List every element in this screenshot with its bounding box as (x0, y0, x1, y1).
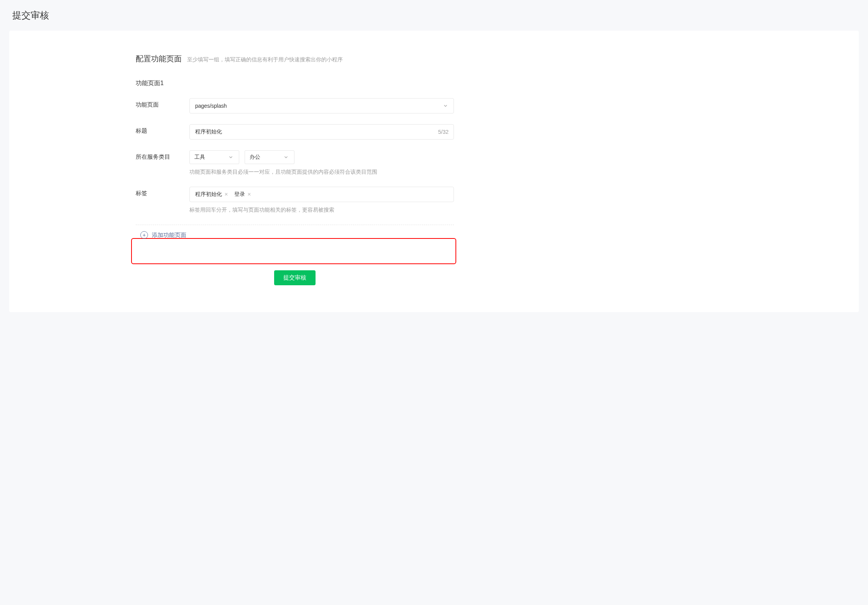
page-select[interactable]: pages/splash (189, 98, 454, 113)
close-icon[interactable]: ✕ (224, 192, 228, 197)
section-header: 配置功能页面 至少填写一组，填写正确的信息有利于用户快速搜索出你的小程序 (136, 54, 454, 64)
page-title: 提交审核 (12, 9, 856, 21)
chevron-down-icon (443, 103, 448, 109)
page-select-value: pages/splash (195, 103, 227, 109)
tag-text: 登录 (234, 191, 245, 198)
add-page-button[interactable]: + 添加功能页面 (140, 230, 186, 240)
add-page-label: 添加功能页面 (152, 232, 186, 239)
category-secondary-select[interactable]: 办公 (245, 150, 294, 164)
chevron-down-icon (228, 155, 233, 160)
tags-help-text: 标签用回车分开，填写与页面功能相关的标签，更容易被搜索 (189, 206, 454, 214)
title-input[interactable] (189, 124, 454, 140)
highlight-annotation (131, 238, 456, 264)
group-title: 功能页面1 (136, 79, 454, 87)
category-primary-select[interactable]: 工具 (189, 150, 239, 164)
chevron-down-icon (283, 155, 289, 160)
page-label: 功能页面 (136, 98, 189, 109)
category-help-text: 功能页面和服务类目必须一一对应，且功能页面提供的内容必须符合该类目范围 (189, 168, 454, 176)
char-count: 5/32 (438, 129, 449, 135)
section-title: 配置功能页面 (136, 54, 182, 64)
title-label: 标题 (136, 124, 189, 135)
close-icon[interactable]: ✕ (247, 192, 251, 197)
category-primary-value: 工具 (194, 154, 205, 161)
plus-icon: + (140, 231, 148, 239)
section-subtitle: 至少填写一组，填写正确的信息有利于用户快速搜索出你的小程序 (187, 56, 343, 63)
submit-button[interactable]: 提交审核 (274, 270, 316, 285)
divider (136, 225, 454, 225)
tag-item: 程序初始化 ✕ (194, 190, 230, 199)
category-label: 所在服务类目 (136, 150, 189, 161)
category-secondary-value: 办公 (250, 154, 260, 161)
tag-text: 程序初始化 (195, 191, 222, 198)
tags-input[interactable]: 程序初始化 ✕ 登录 ✕ (189, 187, 454, 202)
form-card: 配置功能页面 至少填写一组，填写正确的信息有利于用户快速搜索出你的小程序 功能页… (9, 31, 859, 312)
tag-item: 登录 ✕ (233, 190, 253, 199)
tags-label: 标签 (136, 187, 189, 197)
